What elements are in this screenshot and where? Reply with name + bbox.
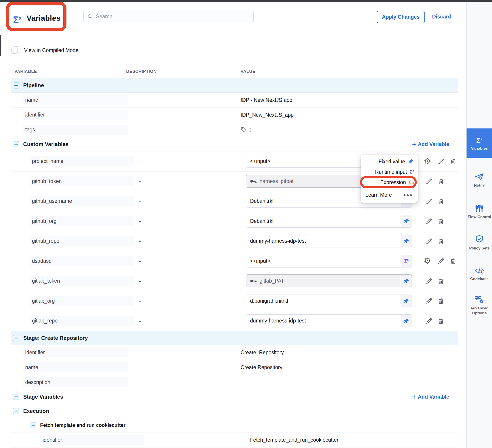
menu-item-label: Learn More [365, 192, 392, 198]
edit-icon[interactable] [425, 277, 433, 285]
variable-name-cell: tags [23, 125, 128, 135]
value-text: <+input> [246, 158, 270, 164]
variable-value: IDP - New NextJS app [241, 97, 292, 103]
runtime-input-icon[interactable]: Σx [400, 255, 411, 267]
edit-icon[interactable] [425, 237, 433, 245]
window-top-strip [0, 0, 492, 2]
value-text: d.panigrahi.nitrkl [246, 298, 288, 304]
search-box[interactable] [83, 10, 254, 23]
variable-description: - [139, 218, 141, 224]
delete-icon[interactable] [449, 257, 457, 265]
edit-icon[interactable] [425, 177, 433, 185]
delete-icon[interactable] [437, 217, 445, 225]
tag-count: 0 [248, 127, 251, 133]
delete-icon[interactable] [437, 317, 445, 325]
tag-icon [241, 127, 246, 133]
edit-icon[interactable] [425, 217, 433, 225]
section-label: Execution [23, 408, 49, 414]
edit-icon[interactable] [425, 297, 433, 305]
menu-item-fixed-value[interactable]: Fixed value [361, 156, 418, 167]
search-icon [87, 13, 93, 19]
delete-icon[interactable] [449, 157, 457, 166]
variable-description: - [139, 198, 141, 204]
collapse-icon[interactable] [13, 83, 19, 89]
collapse-icon[interactable] [13, 408, 19, 414]
variables-panel: Σx Variables Apply Changes Discard View … [0, 0, 492, 448]
sidebar-item-variables[interactable]: ΣxVariables [467, 128, 492, 158]
value-input[interactable]: d.panigrahi.nitrkl [246, 294, 412, 307]
menu-item-learn-more[interactable]: Learn More●●● [361, 189, 418, 201]
value-text: Debanitrkl [246, 218, 274, 224]
variable-name-cell: identifier [40, 435, 144, 445]
table-column-headers: VARIABLE DESCRIPTION VALUE [11, 65, 458, 78]
sidebar-item-notify[interactable]: Notify [467, 170, 492, 190]
add-variable-label: Add Variable [418, 394, 449, 400]
table-row-github-repo: github_repo-dummy-harness-idp-test [11, 231, 458, 251]
apply-changes-button[interactable]: Apply Changes [377, 11, 425, 23]
variable-name-cell: github_username [30, 196, 134, 206]
paper-plane-icon [474, 172, 484, 181]
add-variable-button[interactable]: +Add Variable [412, 394, 449, 400]
delete-icon[interactable] [437, 297, 445, 305]
sigma-x-icon: Σx [476, 135, 482, 144]
collapse-icon[interactable] [13, 335, 19, 341]
collapse-icon[interactable] [13, 394, 19, 400]
sidebar-item-policy-sets[interactable]: Policy Sets [467, 229, 492, 256]
value-input[interactable]: Debanitrkl [246, 215, 412, 228]
flowchart-gear-icon [474, 296, 484, 304]
pin-icon[interactable] [400, 235, 411, 247]
variable-description: - [139, 158, 141, 164]
value-text: dummy-harness-idp-test [246, 318, 306, 324]
collapse-icon[interactable] [13, 141, 19, 147]
panel-header: Σx Variables Apply Changes Discard [0, 2, 466, 35]
sidebar-item-codebase[interactable]: Codebase [467, 263, 492, 285]
pin-icon [408, 158, 414, 165]
edit-icon[interactable] [437, 157, 445, 166]
section-row-stage-variables: Stage Variables+Add Variable [11, 390, 458, 404]
ellipsis-icon: ●●● [403, 192, 413, 198]
delete-icon[interactable] [437, 177, 445, 185]
delete-icon[interactable] [437, 197, 445, 205]
pin-icon[interactable] [400, 295, 411, 307]
pin-icon[interactable] [400, 215, 411, 227]
sigma-x-icon: Σx [410, 169, 414, 175]
pin-icon[interactable] [400, 315, 411, 327]
variable-name-cell: github_token [30, 176, 134, 186]
sidebar-item-label: Notify [474, 183, 485, 188]
table-row-github-org: github_org-Debanitrkl [11, 211, 458, 231]
sliders-icon [475, 204, 484, 213]
variable-name-cell: gitlab_token [30, 276, 134, 286]
plus-icon: + [412, 394, 416, 400]
value-input[interactable]: gitlab_PAT [246, 274, 412, 287]
search-input[interactable] [95, 13, 250, 20]
collapse-icon[interactable] [30, 422, 36, 428]
edit-icon[interactable] [425, 197, 433, 205]
value-text: harness_gitpat [246, 178, 294, 184]
edit-icon[interactable] [425, 317, 433, 325]
sidebar-item-flow-control[interactable]: Flow Control [467, 198, 492, 225]
add-variable-button[interactable]: +Add Variable [412, 141, 449, 147]
shield-check-icon [475, 235, 484, 244]
discard-button[interactable]: Discard [432, 14, 451, 20]
variable-description: - [139, 238, 141, 244]
delete-icon[interactable] [437, 237, 445, 245]
variable-name-cell: project_name [30, 156, 134, 166]
value-text: Debanitrkl [246, 198, 274, 204]
variable-value: 0 [241, 127, 251, 133]
section-label: Fetch template and run cookiecutter [40, 422, 125, 428]
variable-description: - [139, 318, 141, 324]
settings-gear-icon[interactable]: ⚙ [423, 157, 431, 166]
sidebar-item-advanced-options[interactable]: Advanced Options [467, 292, 492, 319]
add-variable-label: Add Variable [418, 141, 449, 147]
variable-name-cell: name [23, 362, 128, 372]
pin-icon[interactable] [400, 275, 411, 287]
compiled-mode-toggle[interactable] [11, 46, 21, 54]
edit-icon[interactable] [437, 257, 445, 265]
value-input[interactable]: dummy-harness-idp-test [246, 235, 412, 247]
value-input[interactable]: <+input>Σx [246, 255, 412, 268]
delete-icon[interactable] [437, 277, 445, 285]
menu-item-runtime-input[interactable]: Runtime inputΣx [361, 167, 418, 177]
value-input[interactable]: dummy-harness-idp-test [246, 314, 412, 327]
column-header-value: VALUE [241, 69, 255, 74]
settings-gear-icon[interactable]: ⚙ [423, 257, 431, 265]
